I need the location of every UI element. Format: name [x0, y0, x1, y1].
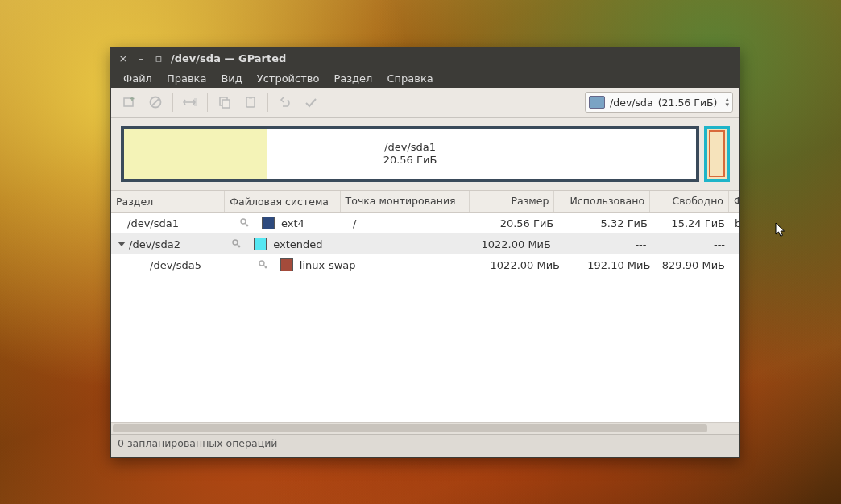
horizontal-scrollbar[interactable]: [111, 422, 740, 434]
filesystem-type: ext4: [281, 217, 304, 229]
lock-icon: [258, 259, 269, 271]
titlebar[interactable]: × – ▫ /dev/sda — GParted: [111, 48, 740, 68]
col-flags[interactable]: Флаги: [729, 191, 740, 212]
cursor-icon: [775, 222, 786, 238]
undo-icon[interactable]: [273, 90, 297, 114]
partition-used: ---: [556, 238, 651, 250]
partition-name: /dev/sda2: [129, 238, 180, 250]
col-used[interactable]: Использовано: [554, 191, 650, 212]
lock-icon: [231, 238, 242, 250]
toolbar-separator: [207, 93, 208, 112]
partition-name: /dev/sda1: [127, 217, 179, 229]
svg-line-2: [152, 99, 159, 105]
col-mount[interactable]: Точка монтирования: [341, 191, 470, 212]
mount-point: /: [348, 217, 475, 229]
disk-device: /dev/sda: [610, 97, 653, 109]
fs-color-swatch: [254, 238, 267, 250]
close-icon[interactable]: ×: [118, 52, 129, 64]
disk-selector[interactable]: /dev/sda (21.56 ГиБ) ▴▾: [585, 92, 733, 113]
resize-icon[interactable]: [178, 90, 202, 114]
partition-name: /dev/sda5: [150, 259, 201, 271]
col-filesystem[interactable]: Файловая система: [225, 191, 340, 212]
menu-device[interactable]: Устройство: [250, 70, 327, 87]
table-header: Раздел Файловая система Точка монтирован…: [111, 190, 740, 213]
lock-icon: [239, 217, 251, 229]
partition-block-sda1[interactable]: /dev/sda1 20.56 ГиБ: [121, 126, 699, 182]
table-row[interactable]: /dev/sda5linux-swap1022.00 МиБ192.10 МиБ…: [111, 254, 740, 275]
menu-edit[interactable]: Правка: [160, 70, 213, 87]
expand-icon[interactable]: [118, 242, 126, 246]
col-size[interactable]: Размер: [470, 191, 555, 212]
menu-help[interactable]: Справка: [379, 70, 440, 87]
svg-rect-3: [194, 98, 197, 106]
toolbar: /dev/sda (21.56 ГиБ) ▴▾: [111, 88, 740, 118]
gparted-window: × – ▫ /dev/sda — GParted Файл Правка Вид…: [110, 47, 740, 458]
spinner-icon[interactable]: ▴▾: [725, 97, 729, 108]
menu-view[interactable]: Вид: [213, 70, 249, 87]
partition-free: ---: [651, 238, 730, 250]
partition-flags: boot: [730, 217, 740, 229]
paste-icon[interactable]: [238, 90, 263, 114]
partition-block-extended[interactable]: [704, 126, 730, 182]
partition-diagram: /dev/sda1 20.56 ГиБ: [111, 118, 740, 190]
partition-size: 1022.00 МиБ: [484, 259, 565, 271]
partition-used: 5.32 ГиБ: [558, 217, 652, 229]
minimize-icon[interactable]: –: [135, 52, 147, 64]
status-bar: 0 запланированных операций: [111, 434, 740, 457]
toolbar-separator: [172, 93, 173, 112]
menu-partition[interactable]: Раздел: [326, 70, 379, 87]
partition-size: 20.56 ГиБ: [475, 217, 559, 229]
table-row[interactable]: /dev/sda2extended1022.00 МиБ------: [111, 233, 740, 254]
copy-icon[interactable]: [213, 90, 237, 114]
filesystem-type: extended: [273, 238, 322, 250]
fs-color-swatch: [262, 217, 275, 229]
toolbar-separator: [267, 93, 268, 112]
partition-block-size: 20.56 ГиБ: [124, 154, 696, 167]
menubar: Файл Правка Вид Устройство Раздел Справк…: [111, 68, 740, 88]
maximize-icon[interactable]: ▫: [153, 52, 164, 64]
partition-block-name: /dev/sda1: [124, 141, 696, 154]
svg-rect-7: [249, 97, 252, 99]
table-row[interactable]: /dev/sda1ext4/20.56 ГиБ5.32 ГиБ15.24 ГиБ…: [111, 213, 740, 233]
partition-table: Раздел Файловая система Точка монтирован…: [111, 190, 740, 434]
window-title: /dev/sda — GParted: [171, 52, 286, 64]
svg-rect-5: [222, 100, 230, 108]
table-body: /dev/sda1ext4/20.56 ГиБ5.32 ГиБ15.24 ГиБ…: [111, 213, 740, 422]
partition-used: 192.10 МиБ: [565, 259, 655, 271]
disk-size: (21.56 ГиБ): [658, 97, 718, 109]
delete-icon[interactable]: [143, 90, 168, 114]
partition-block-label: /dev/sda1 20.56 ГиБ: [124, 141, 696, 167]
partition-free: 15.24 ГиБ: [652, 217, 730, 229]
partition-free: 829.90 МиБ: [655, 259, 730, 271]
filesystem-type: linux-swap: [300, 259, 356, 271]
hdd-icon: [589, 96, 605, 109]
fs-color-swatch: [280, 258, 293, 271]
col-free[interactable]: Свободно: [650, 191, 729, 212]
menu-file[interactable]: Файл: [116, 70, 160, 87]
partition-size: 1022.00 МиБ: [471, 238, 556, 250]
apply-icon[interactable]: [299, 90, 323, 114]
new-partition-icon[interactable]: [118, 90, 142, 114]
col-partition[interactable]: Раздел: [111, 191, 225, 212]
